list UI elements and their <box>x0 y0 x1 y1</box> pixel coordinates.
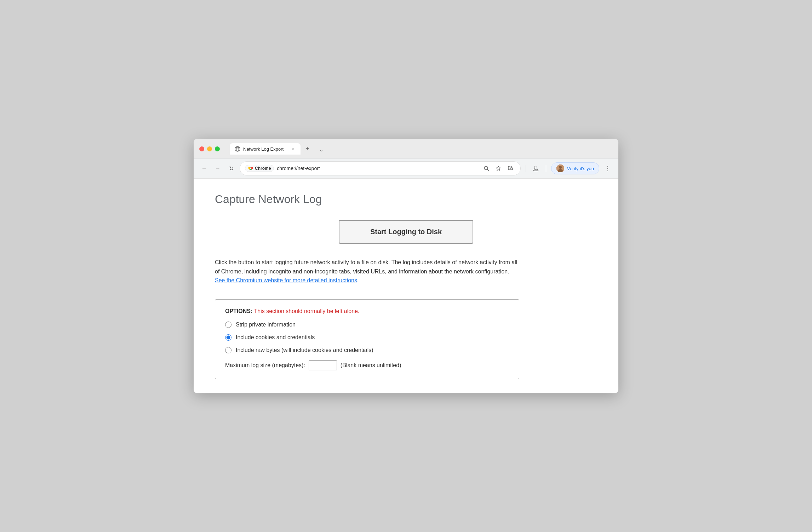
page-content: Capture Network Log Start Logging to Dis… <box>194 179 618 393</box>
page-title: Capture Network Log <box>215 193 597 206</box>
address-text: chrome://net-export <box>277 166 478 171</box>
maximize-button[interactable] <box>215 146 220 151</box>
nav-separator-2 <box>546 165 546 172</box>
radio-strip-input[interactable] <box>225 322 231 328</box>
max-log-row: Maximum log size (megabytes): (Blank mea… <box>225 360 509 370</box>
lab-icon-button[interactable] <box>531 163 541 173</box>
svg-marker-9 <box>496 166 501 170</box>
svg-point-6 <box>250 168 251 169</box>
svg-rect-10 <box>508 168 510 170</box>
svg-rect-11 <box>511 168 513 170</box>
nav-separator <box>526 165 526 172</box>
max-log-label: Maximum log size (megabytes): <box>225 362 305 369</box>
radio-strip[interactable]: Strip private information <box>225 322 509 328</box>
title-bar: Network Log Export × + ⌄ <box>194 139 618 158</box>
address-bar-icons <box>481 163 515 173</box>
svg-rect-12 <box>508 166 510 168</box>
profile-avatar <box>556 164 564 172</box>
traffic-lights: Network Log Export × + ⌄ <box>199 143 613 155</box>
options-header-bold: OPTIONS: <box>225 308 252 314</box>
minimize-button[interactable] <box>207 146 212 151</box>
options-header-warning: This section should normally be left alo… <box>254 308 360 314</box>
bookmark-icon-button[interactable] <box>493 163 503 173</box>
radio-strip-label: Strip private information <box>236 322 296 328</box>
back-button[interactable]: ← <box>199 163 209 173</box>
tab-close-button[interactable]: × <box>290 146 296 152</box>
navigation-bar: ← → ↻ Chrome chrome://net-export <box>194 158 618 179</box>
reload-button[interactable]: ↻ <box>226 163 236 173</box>
max-log-note: (Blank means unlimited) <box>341 362 401 369</box>
description-paragraph: Click the button to start logging future… <box>215 258 519 285</box>
radio-raw-input[interactable] <box>225 347 231 353</box>
close-button[interactable] <box>199 146 204 151</box>
description-end: . <box>357 277 359 283</box>
active-tab[interactable]: Network Log Export × <box>230 143 301 155</box>
radio-cookies-input[interactable] <box>225 334 231 341</box>
forward-button[interactable]: → <box>213 163 223 173</box>
start-button-container: Start Logging to Disk <box>215 220 597 244</box>
chromium-link[interactable]: See the Chromium website for more detail… <box>215 277 357 283</box>
svg-point-15 <box>536 169 537 169</box>
radio-group: Strip private information Include cookie… <box>225 322 509 353</box>
search-icon-button[interactable] <box>481 163 491 173</box>
svg-point-14 <box>535 169 536 170</box>
tab-dropdown-button[interactable]: ⌄ <box>315 145 328 155</box>
radio-cookies-label: Include cookies and credentials <box>236 334 315 341</box>
tab-favicon <box>235 146 240 152</box>
chrome-label: Chrome <box>255 166 271 171</box>
tab-title: Network Log Export <box>243 146 287 152</box>
options-header: OPTIONS: This section should normally be… <box>225 308 509 314</box>
start-logging-button[interactable]: Start Logging to Disk <box>339 220 473 244</box>
radio-raw[interactable]: Include raw bytes (will include cookies … <box>225 347 509 353</box>
chrome-badge: Chrome <box>245 165 274 172</box>
new-tab-button[interactable]: + <box>301 143 314 155</box>
browser-window: Network Log Export × + ⌄ ← → ↻ <box>194 139 618 393</box>
description-text: Click the button to start logging future… <box>215 259 517 274</box>
verify-text: Verify it's you <box>567 166 594 171</box>
verify-button[interactable]: Verify it's you <box>551 162 599 174</box>
radio-raw-label: Include raw bytes (will include cookies … <box>236 347 373 353</box>
max-log-input[interactable] <box>309 360 337 370</box>
extensions-icon-button[interactable] <box>505 163 515 173</box>
options-box: OPTIONS: This section should normally be… <box>215 299 519 379</box>
more-options-button[interactable]: ⋮ <box>603 163 613 173</box>
svg-point-17 <box>559 166 562 169</box>
address-bar[interactable]: Chrome chrome://net-export <box>240 161 521 175</box>
svg-line-8 <box>487 169 489 171</box>
radio-cookies[interactable]: Include cookies and credentials <box>225 334 509 341</box>
